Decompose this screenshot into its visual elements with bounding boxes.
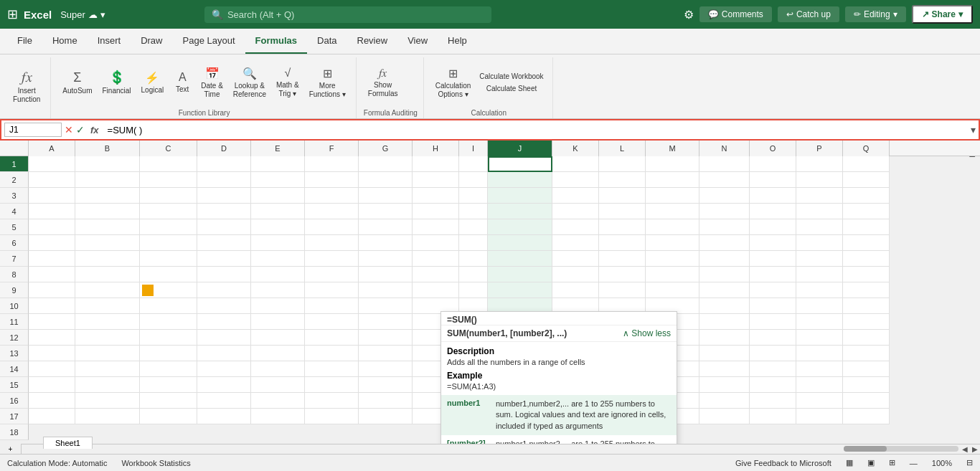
calc-options-button[interactable]: ⊞ CalculationOptions ▾ bbox=[431, 64, 475, 102]
row-num-18[interactable]: 18 bbox=[0, 424, 29, 440]
row-num-3[interactable]: 3 bbox=[0, 188, 29, 204]
cell-q2[interactable] bbox=[843, 172, 890, 188]
cell-g1[interactable] bbox=[359, 156, 413, 172]
cloud-icon[interactable]: ☁ bbox=[88, 9, 98, 20]
cell-p1[interactable] bbox=[796, 156, 843, 172]
cell-q1[interactable] bbox=[843, 156, 890, 172]
tab-review[interactable]: Review bbox=[347, 28, 398, 54]
lookup-button[interactable]: 🔍 Lookup &Reference bbox=[229, 64, 270, 102]
cell-f1[interactable] bbox=[305, 156, 359, 172]
col-header-i[interactable]: I bbox=[459, 141, 488, 156]
cell-j2[interactable] bbox=[488, 172, 552, 188]
cell-m1[interactable] bbox=[646, 156, 699, 172]
tab-insert[interactable]: Insert bbox=[88, 28, 131, 54]
view-normal-icon[interactable]: ▦ bbox=[846, 458, 853, 467]
row-num-13[interactable]: 13 bbox=[0, 346, 29, 361]
share-button[interactable]: ↗ Share ▾ bbox=[912, 5, 973, 24]
col-header-h[interactable]: H bbox=[413, 141, 459, 156]
row-num-17[interactable]: 17 bbox=[0, 409, 29, 424]
cell-g2[interactable] bbox=[359, 172, 413, 188]
col-header-n[interactable]: N bbox=[699, 141, 750, 156]
tab-draw[interactable]: Draw bbox=[131, 28, 172, 54]
show-formulas-button[interactable]: 𝑓𝑥 ShowFormulas bbox=[364, 64, 402, 101]
row-num-16[interactable]: 16 bbox=[0, 393, 29, 409]
text-button[interactable]: A Text bbox=[169, 68, 195, 97]
cell-p2[interactable] bbox=[796, 172, 843, 188]
col-header-m[interactable]: M bbox=[646, 141, 699, 156]
row-num-8[interactable]: 8 bbox=[0, 267, 29, 282]
col-header-c[interactable]: C bbox=[140, 141, 197, 156]
new-sheet-button[interactable]: + bbox=[0, 444, 22, 454]
tab-view[interactable]: View bbox=[397, 28, 438, 54]
col-header-p[interactable]: P bbox=[796, 141, 843, 156]
tab-page-layout[interactable]: Page Layout bbox=[173, 28, 245, 54]
give-feedback-status[interactable]: Give Feedback to Microsoft bbox=[735, 459, 831, 467]
cell-n2[interactable] bbox=[699, 172, 750, 188]
cell-l2[interactable] bbox=[599, 172, 646, 188]
cell-e2[interactable] bbox=[251, 172, 305, 188]
cell-l1[interactable] bbox=[599, 156, 646, 172]
col-header-k[interactable]: K bbox=[552, 141, 599, 156]
comments-button[interactable]: 💬 Comments bbox=[699, 6, 772, 22]
view-break-icon[interactable]: ⊞ bbox=[889, 458, 895, 467]
col-header-g[interactable]: G bbox=[359, 141, 413, 156]
cell-o1[interactable] bbox=[750, 156, 796, 172]
cell-f2[interactable] bbox=[305, 172, 359, 188]
scroll-left-button[interactable]: ◀ bbox=[960, 444, 970, 454]
cancel-icon[interactable]: ✕ bbox=[65, 124, 73, 135]
cell-b1[interactable] bbox=[75, 156, 140, 172]
col-header-b[interactable]: B bbox=[75, 141, 140, 156]
row-num-14[interactable]: 14 bbox=[0, 361, 29, 377]
row-num-6[interactable]: 6 bbox=[0, 235, 29, 251]
cell-k1[interactable] bbox=[552, 156, 599, 172]
cell-h1[interactable] bbox=[413, 156, 459, 172]
financial-button[interactable]: 💲 Financial bbox=[98, 67, 136, 98]
col-header-f[interactable]: F bbox=[305, 141, 359, 156]
cell-d2[interactable] bbox=[197, 172, 251, 188]
col-header-d[interactable]: D bbox=[197, 141, 251, 156]
confirm-icon[interactable]: ✓ bbox=[76, 124, 85, 135]
math-button[interactable]: √ Math &Trig ▾ bbox=[272, 64, 303, 101]
insert-function-button[interactable]: 𝑓𝑥 InsertFunction bbox=[9, 66, 44, 107]
zoom-slider[interactable]: ⊟ bbox=[966, 458, 973, 467]
col-header-q[interactable]: Q bbox=[843, 141, 890, 156]
waffle-icon[interactable]: ⊞ bbox=[7, 6, 18, 22]
cell-k2[interactable] bbox=[552, 172, 599, 188]
show-less-button[interactable]: ∧ Show less bbox=[623, 328, 671, 338]
cell-j1[interactable] bbox=[488, 156, 552, 172]
col-header-o[interactable]: O bbox=[750, 141, 796, 156]
cell-n1[interactable] bbox=[699, 156, 750, 172]
cell-b2[interactable] bbox=[75, 172, 140, 188]
cell-c2[interactable] bbox=[140, 172, 197, 188]
horizontal-scrollbar[interactable]: + Sheet1 ◀ ▶ bbox=[0, 444, 980, 454]
h-scrollbar-track[interactable] bbox=[844, 446, 958, 452]
cell-i2[interactable] bbox=[459, 172, 488, 188]
h-scrollbar-thumb[interactable] bbox=[844, 446, 887, 452]
row-num-10[interactable]: 10 bbox=[0, 298, 29, 314]
workbook-stats-button[interactable]: Workbook Statistics bbox=[121, 459, 190, 467]
dropdown-chevron[interactable]: ▾ bbox=[100, 9, 105, 20]
tab-home[interactable]: Home bbox=[42, 28, 88, 54]
more-functions-button[interactable]: ⊞ MoreFunctions ▾ bbox=[305, 64, 350, 102]
datetime-button[interactable]: 📅 Date &Time bbox=[197, 64, 227, 102]
gear-icon[interactable]: ⚙ bbox=[684, 8, 694, 22]
tab-help[interactable]: Help bbox=[438, 28, 477, 54]
calc-sheet-button[interactable]: Calculate Sheet bbox=[476, 83, 546, 94]
cell-i1[interactable] bbox=[459, 156, 488, 172]
cell-h2[interactable] bbox=[413, 172, 459, 188]
cell-a2[interactable] bbox=[29, 172, 75, 188]
expand-formula-icon[interactable]: ▾ bbox=[971, 124, 976, 135]
view-layout-icon[interactable]: ▣ bbox=[867, 458, 875, 467]
formula-input[interactable] bbox=[105, 123, 968, 137]
row-num-7[interactable]: 7 bbox=[0, 251, 29, 267]
calc-workbook-button[interactable]: Calculate Workbook bbox=[476, 71, 546, 82]
row-num-1[interactable]: 1 bbox=[0, 156, 29, 172]
row-num-9[interactable]: 9 bbox=[0, 282, 29, 298]
catch-up-button[interactable]: ↩ Catch up bbox=[778, 6, 839, 22]
row-num-11[interactable]: 11 bbox=[0, 314, 29, 330]
autosum-button[interactable]: Σ AutoSum bbox=[58, 67, 96, 98]
col-header-l[interactable]: L bbox=[599, 141, 646, 156]
editing-button[interactable]: ✏ Editing ▾ bbox=[845, 6, 906, 22]
cell-c10[interactable] bbox=[140, 282, 197, 298]
tab-data[interactable]: Data bbox=[307, 28, 347, 54]
